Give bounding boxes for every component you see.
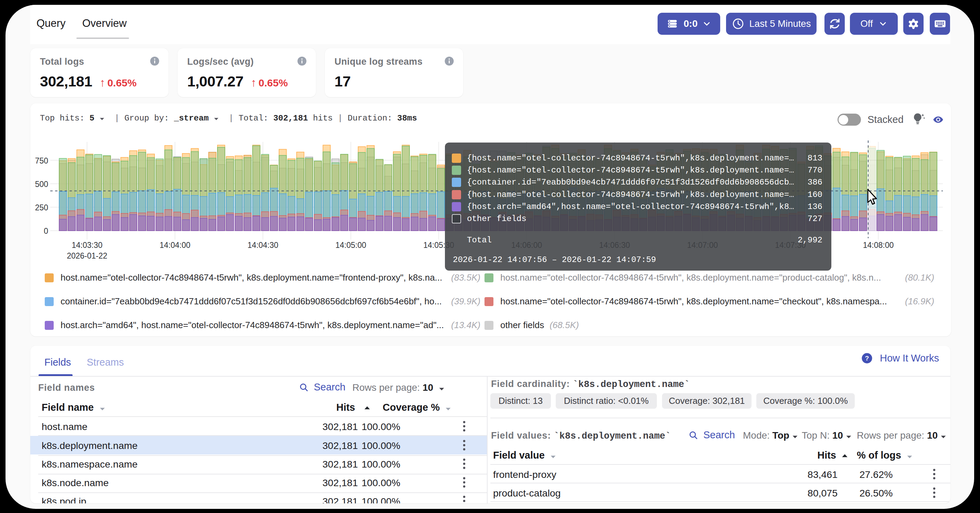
svg-text:14:05:00: 14:05:00 — [336, 241, 366, 250]
svg-text:?: ? — [865, 355, 869, 362]
svg-text:250: 250 — [35, 203, 48, 212]
svg-text:0: 0 — [44, 226, 48, 236]
svg-text:14:08:00: 14:08:00 — [863, 241, 894, 250]
svg-text:14:03:30: 14:03:30 — [72, 241, 103, 250]
svg-text:750: 750 — [35, 156, 48, 165]
svg-text:500: 500 — [35, 180, 48, 189]
svg-text:2026-01-22: 2026-01-22 — [67, 251, 107, 260]
svg-text:14:04:00: 14:04:00 — [160, 241, 191, 250]
svg-text:14:04:30: 14:04:30 — [247, 241, 278, 250]
